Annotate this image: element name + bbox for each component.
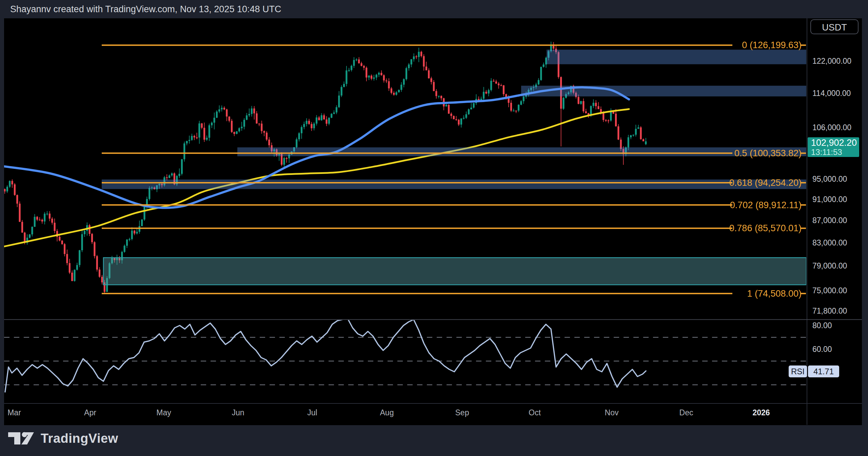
time-axis-label-jul: Jul — [307, 408, 317, 417]
price-axis-label: 87,000.00 — [812, 216, 847, 225]
price-axis-label: 106,000.00 — [812, 123, 851, 132]
time-axis-label-may: May — [156, 408, 171, 417]
price-axis-label: 95,000.00 — [812, 175, 847, 184]
rsi-axis-label: 60.00 — [812, 345, 832, 354]
time-axis-label-mar: Mar — [7, 408, 21, 417]
price-axis-label: 83,000.00 — [812, 238, 847, 247]
time-axis-label-jun: Jun — [232, 408, 244, 417]
last-price-value: 102,902.20 — [811, 138, 859, 148]
tradingview-chart-screenshot: Shayannv created with TradingView.com, N… — [0, 0, 868, 456]
rsi-indicator-label[interactable]: RSI — [789, 365, 807, 377]
fib-level-label: 0.618 (94,254.20) — [729, 177, 802, 188]
price-axis-label: 114,000.00 — [812, 88, 851, 98]
price-axis-label: 122,000.00 — [812, 57, 851, 66]
fib-level-label: 1 (74,508.00) — [747, 288, 802, 299]
time-axis-label-nov: Nov — [605, 408, 619, 417]
fib-level-label: 0.702 (89,912.11) — [730, 200, 802, 210]
fib-level-label: 0.5 (100,353.82) — [734, 148, 802, 158]
label-overlay: 0 (126,199.63)0.5 (100,353.82)0.618 (94,… — [0, 0, 868, 456]
price-axis-label: 91,000.00 — [812, 195, 847, 204]
rsi-axis-label: 80.00 — [812, 321, 832, 330]
time-axis-label-apr: Apr — [84, 408, 96, 417]
bar-close-countdown: 13:11:53 — [811, 148, 859, 156]
tradingview-logo-text: TradingView — [41, 431, 118, 446]
time-axis-label-dec: Dec — [679, 408, 693, 417]
tradingview-logo[interactable]: TradingView — [7, 428, 118, 449]
fib-level-label: 0.786 (85,570.01) — [729, 223, 802, 234]
tradingview-logo-icon — [7, 430, 35, 447]
quote-currency-button[interactable]: USDT — [810, 19, 859, 34]
last-price-badge: 102,902.20 13:11:53 — [808, 137, 859, 157]
price-axis-label: 79,000.00 — [812, 261, 847, 271]
time-axis-label-2026: 2026 — [752, 408, 770, 417]
time-axis-label-oct: Oct — [529, 408, 541, 417]
price-axis-label: 75,000.00 — [812, 286, 847, 295]
time-axis-label-sep: Sep — [455, 408, 469, 417]
fib-level-label: 0 (126,199.63) — [742, 40, 802, 51]
time-axis-label-aug: Aug — [380, 408, 394, 417]
rsi-value-badge: 41.71 — [808, 365, 839, 377]
price-axis-label: 71,800.00 — [812, 306, 847, 316]
